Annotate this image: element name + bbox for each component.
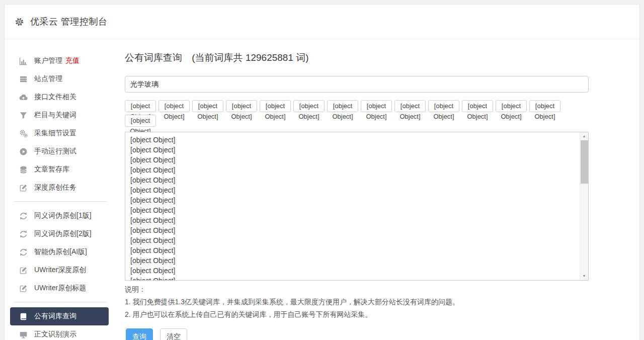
sidebar-item[interactable]: 采集细节设置 xyxy=(10,124,109,142)
result-row: [object Object] xyxy=(130,135,580,145)
sidebar-item-label: 栏目与关键词 xyxy=(34,111,76,120)
tag-list: [object Object] [object Object] [object … xyxy=(125,100,593,129)
tag-button[interactable]: [object Object] xyxy=(125,100,156,112)
sidebar-item-label: 手动运行测试 xyxy=(34,147,76,156)
refresh-icon xyxy=(20,248,27,256)
sidebar-item[interactable]: 手动运行测试 xyxy=(10,142,109,160)
tag-button[interactable]: [object Object] xyxy=(125,115,156,127)
book-icon xyxy=(19,312,28,321)
action-buttons: 查询 清空 xyxy=(126,328,187,340)
refresh-icon xyxy=(20,212,27,219)
sidebar-item-label: 公有词库查询 xyxy=(34,312,76,321)
keyword-input[interactable] xyxy=(125,76,589,93)
tag-button[interactable]: [object Object] xyxy=(226,100,257,112)
sidebar-item[interactable]: 接口文件相关 xyxy=(10,88,109,106)
tag-button[interactable]: [object Object] xyxy=(394,100,426,112)
tag-button[interactable]: [object Object] xyxy=(260,100,291,112)
refresh-icon xyxy=(19,230,28,238)
tag-button[interactable]: [object Object] xyxy=(361,100,392,112)
filter-icon xyxy=(19,111,28,120)
edit-icon xyxy=(20,285,27,291)
result-row: [object Object] xyxy=(130,225,580,235)
monitor-icon xyxy=(19,330,28,339)
sidebar-item-label: 同义词伪原创[2版] xyxy=(34,229,92,238)
sidebar-item[interactable]: 深度原创任务 xyxy=(10,179,109,197)
cogs-icon xyxy=(20,130,27,137)
results-box[interactable]: [object Object] [object Object] [object … xyxy=(125,132,589,281)
sidebar-item[interactable]: 栏目与关键词 xyxy=(10,106,109,124)
tag-button[interactable]: [object Object] xyxy=(293,100,325,112)
notes-heading: 说明： xyxy=(125,283,459,296)
result-row: [object Object] xyxy=(130,165,580,175)
filter-icon xyxy=(20,112,27,119)
recharge-badge[interactable]: 充值 xyxy=(65,56,79,65)
sidebar-group: 账户管理 充值 站点管理 接口文件相关 栏目与关键词 xyxy=(10,52,109,197)
book-icon xyxy=(21,313,27,320)
scrollbar[interactable]: ▲ ▼ xyxy=(580,132,588,280)
tag-button[interactable]: [object Object] xyxy=(192,100,223,112)
main-content: 公有词库查询 (当前词库共 129625881 词) [object Objec… xyxy=(125,43,593,340)
sidebar-item-label: 深度原创任务 xyxy=(34,183,76,192)
sidebar-item[interactable]: 同义词伪原创[2版] xyxy=(10,225,109,243)
tag-button[interactable]: [object Object] xyxy=(158,100,190,112)
result-row: [object Object] xyxy=(130,185,580,195)
refresh-icon xyxy=(19,248,28,257)
sidebar-divider xyxy=(14,201,107,202)
word-count-label: (当前词库共 129625881 词) xyxy=(192,52,308,63)
server-icon xyxy=(20,76,27,82)
result-row: [object Object] xyxy=(130,256,580,266)
sidebar-item-label: 账户管理 xyxy=(34,56,62,65)
sidebar-item-label: 同义词伪原创[1版] xyxy=(34,211,92,220)
cloud-upload-icon xyxy=(20,94,28,100)
play-circle-icon xyxy=(19,147,28,156)
edit-icon xyxy=(19,184,28,192)
server-icon xyxy=(19,75,28,83)
sidebar-item[interactable]: 文章暂存库 xyxy=(10,160,109,179)
result-row: [object Object] xyxy=(130,235,580,245)
notes: 说明： 1. 我们免费提供1.3亿关键词库，并集成到采集系统，最大限度方便用户，… xyxy=(125,283,459,321)
note-line-1: 1. 我们免费提供1.3亿关键词库，并集成到采集系统，最大限度方便用户，解决大部… xyxy=(125,296,459,308)
clear-button[interactable]: 清空 xyxy=(160,328,187,340)
sidebar-group: 公有词库查询 正文识别演示 xyxy=(10,307,109,340)
sidebar-item[interactable]: 正文识别演示 xyxy=(10,325,109,340)
scroll-down-icon[interactable]: ▼ xyxy=(580,272,588,280)
gear-icon xyxy=(16,18,23,25)
result-row: [object Object] xyxy=(130,266,580,276)
edit-icon xyxy=(20,184,27,191)
tag-button[interactable]: [object Object] xyxy=(327,100,358,112)
result-row: [object Object] xyxy=(130,195,580,205)
sidebar-item[interactable]: UWriter深度原创 xyxy=(10,261,109,279)
result-row: [object Object] xyxy=(130,155,580,165)
result-row: [object Object] xyxy=(130,215,580,225)
page-title: 公有词库查询 (当前词库共 129625881 词) xyxy=(125,51,309,64)
query-button[interactable]: 查询 xyxy=(126,328,153,340)
tag-button[interactable]: [object Object] xyxy=(496,100,527,112)
result-row: [object Object] xyxy=(130,145,580,155)
database-icon xyxy=(21,166,27,173)
gear-icon xyxy=(15,17,24,27)
app-title: 优采云 管理控制台 xyxy=(30,16,108,28)
note-line-2: 2. 用户也可以在系统上传自己已有的关键词库，用于自己账号下所有网站采集。 xyxy=(125,308,459,321)
tag-button[interactable]: [object Object] xyxy=(462,100,493,112)
result-row: [object Object] xyxy=(130,245,580,256)
sidebar-item-label: 智能伪原创[AI版] xyxy=(34,247,87,257)
refresh-icon xyxy=(19,212,28,220)
results-list: [object Object] [object Object] [object … xyxy=(125,132,580,280)
result-row: [object Object] xyxy=(130,205,580,215)
scrollbar-thumb[interactable] xyxy=(581,140,588,184)
sidebar-item[interactable]: UWriter原创标题 xyxy=(10,279,109,297)
sidebar-item[interactable]: 公有词库查询 xyxy=(10,307,109,325)
sidebar-item[interactable]: 账户管理 充值 xyxy=(10,52,109,70)
edit-icon xyxy=(19,284,28,293)
sidebar-item-label: UWriter原创标题 xyxy=(34,284,86,293)
scroll-up-icon[interactable]: ▲ xyxy=(580,132,588,140)
bar-chart-icon xyxy=(20,57,27,64)
sidebar: 账户管理 充值 站点管理 接口文件相关 栏目与关键词 xyxy=(10,52,109,340)
sidebar-item[interactable]: 智能伪原创[AI版] xyxy=(10,243,109,261)
sidebar-divider xyxy=(14,302,107,302)
sidebar-item[interactable]: 站点管理 xyxy=(10,70,109,88)
tag-button[interactable]: [object Object] xyxy=(529,100,560,112)
sidebar-item-label: 接口文件相关 xyxy=(34,93,76,102)
sidebar-item[interactable]: 同义词伪原创[1版] xyxy=(10,207,109,225)
tag-button[interactable]: [object Object] xyxy=(428,100,459,112)
